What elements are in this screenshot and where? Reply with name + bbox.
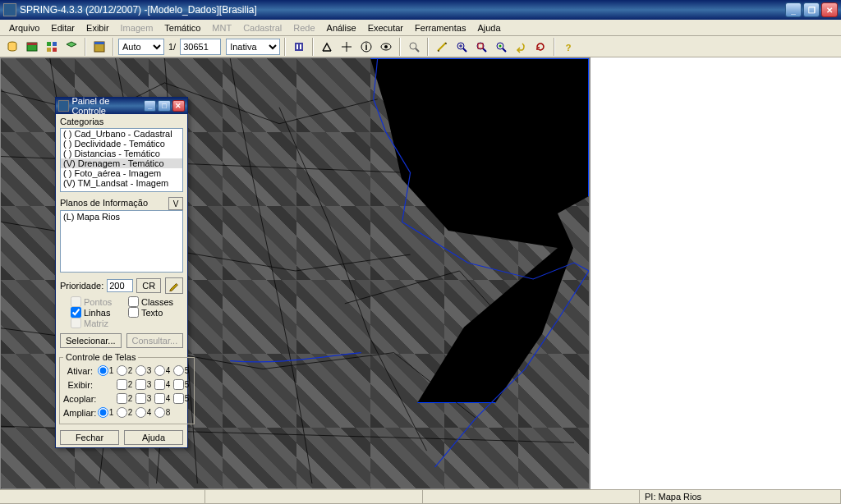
cross-icon[interactable]	[338, 38, 356, 56]
acoplar-3[interactable]: 3	[134, 393, 153, 404]
panel-icon[interactable]	[90, 38, 108, 56]
ativar-1[interactable]: 1	[96, 365, 115, 376]
minimize-button[interactable]: _	[785, 2, 802, 17]
menu-imagem[interactable]: Imagem	[115, 21, 159, 34]
dialog-minimize-button[interactable]: _	[144, 100, 156, 112]
menu-editar[interactable]: Editar	[45, 21, 80, 34]
categorias-listbox[interactable]: ( ) Cad_Urbano - Cadastral ( ) Declivida…	[60, 128, 183, 192]
exibir-3[interactable]: 3	[134, 379, 153, 390]
linhas-checkbox[interactable]: Linhas	[71, 307, 122, 318]
menu-analise[interactable]: Análise	[321, 21, 362, 34]
ampliar-2[interactable]: 2	[115, 407, 134, 418]
help-icon[interactable]: ?	[559, 38, 577, 56]
menu-mnt[interactable]: MNT	[206, 21, 237, 34]
window-title: SPRING-4.3.3 (20/12/2007) -[Modelo_Dados…	[20, 4, 785, 16]
ampliar-label: Ampliar:	[63, 408, 96, 418]
exibir-2[interactable]: 2	[115, 379, 134, 390]
v-button[interactable]: V	[168, 197, 183, 210]
list-item[interactable]: (L) Mapa Rios	[63, 212, 180, 222]
ampliar-1[interactable]: 1	[96, 407, 115, 418]
svg-text:?: ?	[566, 43, 572, 53]
controle-telas-group: Controle de Telas Ativar: 1 2 3 4 5 Exib…	[59, 352, 195, 424]
prioridade-input[interactable]	[107, 279, 133, 292]
zoom-pi-icon[interactable]	[492, 38, 510, 56]
svg-rect-5	[47, 48, 51, 52]
fechar-button[interactable]: Fechar	[60, 430, 119, 445]
svg-rect-30	[478, 44, 483, 48]
refresh-icon[interactable]	[531, 38, 549, 56]
zoom-plus-icon[interactable]	[453, 38, 471, 56]
acoplar-label: Acoplar:	[63, 394, 96, 404]
classes-checkbox[interactable]: Classes	[128, 296, 179, 307]
project-icon[interactable]	[23, 38, 41, 56]
zoom-full-icon[interactable]	[472, 38, 490, 56]
pontos-checkbox[interactable]: Pontos	[71, 296, 122, 307]
acoplar-5[interactable]: 5	[172, 393, 191, 404]
control-panel-dialog: Painel de Controle _ □ ✕ Categorias ( ) …	[55, 97, 188, 448]
ativar-2[interactable]: 2	[115, 365, 134, 376]
dialog-titlebar[interactable]: Painel de Controle _ □ ✕	[56, 98, 187, 114]
menu-arquivo[interactable]: Arquivo	[3, 21, 45, 34]
svg-line-25	[463, 48, 466, 52]
exibir-4[interactable]: 4	[153, 379, 172, 390]
ajuda-button[interactable]: Ajuda	[124, 430, 183, 445]
acoplar-2[interactable]: 2	[115, 393, 134, 404]
exibir-5[interactable]: 5	[172, 379, 191, 390]
info-icon[interactable]: i	[357, 38, 375, 56]
menu-rede[interactable]: Rede	[287, 21, 320, 34]
svg-line-20	[416, 48, 419, 52]
scale-prefix: 1/	[166, 42, 178, 52]
maximize-button[interactable]: ❐	[803, 2, 820, 17]
dialog-maximize-button[interactable]: □	[158, 100, 170, 112]
list-item[interactable]: ( ) Foto_aérea - Imagem	[61, 168, 182, 178]
cr-button[interactable]: CR	[136, 278, 161, 293]
ativar-3[interactable]: 3	[134, 365, 153, 376]
svg-rect-8	[94, 42, 104, 44]
ativar-4[interactable]: 4	[153, 365, 172, 376]
list-item[interactable]: ( ) Cad_Urbano - Cadastral	[61, 129, 182, 139]
acoplar-4[interactable]: 4	[153, 393, 172, 404]
svg-point-33	[499, 44, 502, 47]
dialog-close-button[interactable]: ✕	[172, 100, 185, 112]
status-cell-3	[423, 490, 640, 504]
menu-cadastral[interactable]: Cadastral	[237, 21, 287, 34]
zoom-in-icon[interactable]	[318, 38, 336, 56]
menu-executar[interactable]: Executar	[362, 21, 409, 34]
svg-point-18	[384, 45, 388, 48]
menu-exibir[interactable]: Exibir	[80, 21, 115, 34]
dialog-title: Painel de Controle	[71, 96, 142, 116]
list-item[interactable]: ( ) Distancias - Temático	[61, 149, 182, 158]
selecionar-button[interactable]: Selecionar...	[60, 333, 122, 348]
texto-checkbox[interactable]: Texto	[128, 307, 179, 318]
pen-icon[interactable]	[165, 277, 183, 294]
model-icon[interactable]	[43, 38, 61, 56]
svg-text:i: i	[365, 42, 368, 52]
menu-ajuda[interactable]: Ajuda	[471, 21, 506, 34]
view-icon[interactable]	[377, 38, 395, 56]
ampliar-4[interactable]: 4	[134, 407, 153, 418]
auto-combo[interactable]: Auto	[118, 39, 164, 55]
zoom-area-icon[interactable]	[405, 38, 423, 56]
ampliar-8[interactable]: 8	[153, 407, 172, 418]
scale-input[interactable]	[180, 39, 221, 55]
list-item[interactable]: (V) Drenagem - Temático	[61, 158, 182, 168]
list-item[interactable]: (V) TM_Landsat - Imagem	[61, 178, 182, 188]
dialog-icon	[58, 100, 69, 112]
measure-icon[interactable]	[433, 38, 451, 56]
database-icon[interactable]	[3, 38, 21, 56]
menu-tematico[interactable]: Temático	[159, 21, 206, 34]
svg-line-29	[483, 48, 486, 52]
layer-icon[interactable]	[62, 38, 80, 56]
svg-rect-9	[295, 43, 303, 51]
planos-listbox[interactable]: (L) Mapa Rios	[60, 210, 183, 273]
list-item[interactable]: ( ) Declividade - Temático	[61, 139, 182, 149]
consultar-button[interactable]: Consultar...	[126, 333, 184, 348]
inativa-combo[interactable]: Inativa	[226, 39, 280, 55]
ativar-5[interactable]: 5	[172, 365, 191, 376]
planos-label: Planos de Informação	[60, 198, 148, 208]
menu-ferramentas[interactable]: Ferramentas	[409, 21, 471, 34]
matriz-checkbox[interactable]: Matriz	[71, 318, 122, 328]
undo-icon[interactable]	[512, 38, 530, 56]
draw-icon[interactable]	[290, 38, 308, 56]
close-button[interactable]: ✕	[821, 2, 838, 17]
